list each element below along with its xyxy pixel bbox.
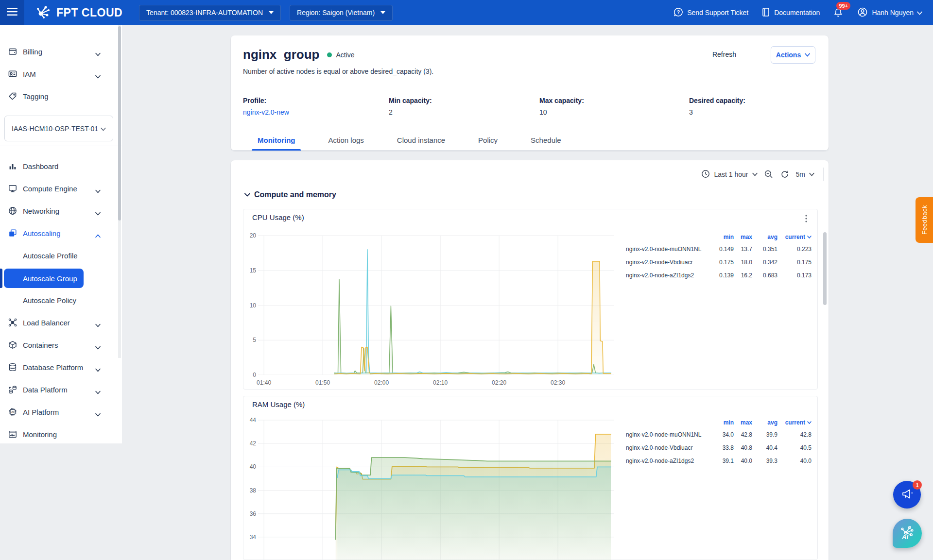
legend-row-nginx-v2-0-node-muonn1nl[interactable]: nginx-v2.0-node-muONN1NL0.14913.70.3510.… <box>614 242 812 255</box>
notifications-button[interactable]: 99+ <box>832 7 844 18</box>
region-label: Region: Saigon (Vietnam) <box>297 9 375 17</box>
status-badge: Active <box>336 51 354 59</box>
compute-icon <box>8 184 17 193</box>
zoom-out-button[interactable] <box>764 170 774 179</box>
megaphone-icon <box>900 487 914 503</box>
chart-area-scrollbar[interactable] <box>823 232 827 305</box>
actions-button[interactable]: Actions <box>771 46 815 64</box>
project-selector[interactable]: IAAS-HCM10-OSP-TEST-01 <box>4 116 113 141</box>
fpt-cloud-logo[interactable]: FPT CLOUD <box>35 3 122 22</box>
sidebar-item-database-platform[interactable]: Database Platform <box>0 356 122 378</box>
series-area-nginx-v2-0-node-azi1dgs2 <box>337 467 611 560</box>
sidebar-item-iam[interactable]: IAM <box>0 63 122 85</box>
field-max-capacity: Max capacity:10 <box>539 97 584 116</box>
region-selector[interactable]: Region: Saigon (Vietnam) <box>290 5 393 21</box>
sidebar-item-autoscale-profile[interactable]: Autoscale Profile <box>0 244 122 267</box>
chart-block-ram-usage: RAM Usage (%)343638404244minmaxavgcurren… <box>243 396 818 560</box>
tab-schedule[interactable]: Schedule <box>514 130 578 150</box>
chevron-down-icon <box>95 187 101 195</box>
tab-cloud-instance[interactable]: Cloud instance <box>380 130 462 150</box>
legend-row-nginx-v2-0-node-vbdiuacr[interactable]: nginx-v2.0-node-Vbdiuacr0.17518.00.3420.… <box>614 255 812 269</box>
loadbalancer-icon <box>8 318 17 327</box>
actions-label: Actions <box>776 51 801 59</box>
sidebar-item-dashboard[interactable]: Dashboard <box>0 155 122 177</box>
time-range-selector[interactable]: Last 1 hour <box>701 170 757 180</box>
sidebar-item-autoscaling[interactable]: Autoscaling <box>0 222 122 244</box>
chevron-down-icon <box>95 321 101 329</box>
support-chat-icon: ? <box>673 7 684 19</box>
tenant-selector[interactable]: Tenant: 000823-INFRA-AUTOMATION <box>139 5 281 21</box>
sidebar-item-networking[interactable]: Networking <box>0 200 122 222</box>
legend-row-nginx-v2-0-node-vbdiuacr[interactable]: nginx-v2.0-node-Vbdiuacr33.840.840.440.5 <box>614 441 812 454</box>
chevron-down-icon <box>95 209 101 217</box>
legend-col-avg[interactable]: avg <box>752 234 778 240</box>
sidebar-item-monitoring[interactable]: Monitoring <box>0 423 122 445</box>
legend-col-max[interactable]: max <box>734 419 752 426</box>
sidebar-item-ai-platform[interactable]: AIAI Platform <box>0 401 122 423</box>
sidebar-item-load-balancer[interactable]: Load Balancer <box>0 311 122 334</box>
page-title: nginx_group <box>243 47 319 62</box>
autoscaling-icon <box>8 228 17 238</box>
section-compute-memory[interactable]: Compute and memory <box>244 190 336 199</box>
field-value: 10 <box>539 108 584 116</box>
sidebar-item-autoscale-policy[interactable]: Autoscale Policy <box>0 289 122 311</box>
legend-col-current[interactable]: current <box>778 234 812 240</box>
legend-row-nginx-v2-0-node-azi1dgs2[interactable]: nginx-v2.0-node-aZI1dgs20.13916.20.6830.… <box>614 269 812 282</box>
tenant-label: Tenant: 000823-INFRA-AUTOMATION <box>146 9 263 17</box>
stat-current: 40.5 <box>778 444 812 451</box>
refresh-interval-button[interactable] <box>780 170 790 179</box>
tab-action-logs[interactable]: Action logs <box>311 130 380 150</box>
legend-col-min[interactable]: min <box>708 419 734 426</box>
stat-avg: 0.342 <box>752 259 778 266</box>
tab-policy[interactable]: Policy <box>462 130 514 150</box>
field-min-capacity: Min capacity:2 <box>389 97 432 116</box>
legend-header-row: minmaxavgcurrent <box>614 417 812 428</box>
sidebar-item-label: Compute Engine <box>23 185 122 193</box>
user-name: Hanh Nguyen <box>872 9 914 17</box>
sidebar-item-containers[interactable]: Containers <box>0 334 122 356</box>
topbar-right: ? Send Support Ticket Documentation 99+ … <box>673 6 922 19</box>
legend-col-max[interactable]: max <box>734 234 752 240</box>
legend-row-nginx-v2-0-node-azi1dgs2[interactable]: nginx-v2.0-node-aZI1dgs239.140.039.340.0 <box>614 454 812 467</box>
field-value-link[interactable]: nginx-v2.0-new <box>243 108 289 116</box>
legend-col-current[interactable]: current <box>778 419 812 426</box>
chart-legend: minmaxavgcurrentnginx-v2.0-node-muONN1NL… <box>614 232 812 282</box>
sidebar-item-compute-engine[interactable]: Compute Engine <box>0 177 122 200</box>
chart-title: RAM Usage (%) <box>252 400 305 408</box>
group-description: Number of active nodes is equal or above… <box>243 68 433 75</box>
sidebar-item-tagging[interactable]: Tagging <box>0 85 122 107</box>
chart-menu-kebab-icon[interactable] <box>801 213 812 224</box>
stat-current: 40.0 <box>778 458 812 464</box>
sidebar-item-label: Dashboard <box>23 162 122 170</box>
legend-col-min[interactable]: min <box>708 234 734 240</box>
x-axis-label: 02:20 <box>488 379 510 386</box>
sidebar-scrollbar-thumb[interactable] <box>118 26 121 221</box>
user-menu[interactable]: Hanh Nguyen <box>857 6 922 19</box>
series-name: nginx-v2.0-node-muONN1NL <box>626 246 708 253</box>
legend-col-avg[interactable]: avg <box>752 419 778 426</box>
feedback-tab[interactable]: Feedback <box>916 197 933 243</box>
stat-max: 40.0 <box>734 458 752 464</box>
sidebar-item-billing[interactable]: Billing <box>0 40 122 63</box>
legend-row-nginx-v2-0-node-muonn1nl[interactable]: nginx-v2.0-node-muONN1NL34.042.839.942.8 <box>614 428 812 441</box>
hamburger-menu-button[interactable] <box>0 0 24 25</box>
series-area-nginx-v2-0-node-vbdiuacr <box>334 250 611 375</box>
stat-min: 34.0 <box>708 431 734 438</box>
chart-plot-ram-usage <box>258 414 614 560</box>
chevron-down-icon <box>95 410 101 418</box>
interval-selector[interactable]: 5m <box>796 170 814 178</box>
support-ticket-link[interactable]: ? Send Support Ticket <box>673 7 748 19</box>
sidebar-item-autoscale-group[interactable]: Autoscale Group <box>4 269 84 288</box>
chevron-down-icon <box>244 193 250 197</box>
sidebar-item-label: Database Platform <box>23 363 122 372</box>
tab-monitoring[interactable]: Monitoring <box>241 130 311 150</box>
ai-assistant-button[interactable]: AI <box>893 519 922 548</box>
field-label: Desired capacity: <box>689 97 745 104</box>
field-desired-capacity: Desired capacity:3 <box>689 97 745 116</box>
logo-text: FPT CLOUD <box>56 6 122 19</box>
sidebar-item-data-platform[interactable]: Data Platform <box>0 378 122 401</box>
y-axis-label: 10 <box>243 302 256 309</box>
refresh-button[interactable]: Refresh <box>712 51 736 58</box>
documentation-link[interactable]: Documentation <box>761 7 820 19</box>
sidebar-item-label: Load Balancer <box>23 319 122 327</box>
